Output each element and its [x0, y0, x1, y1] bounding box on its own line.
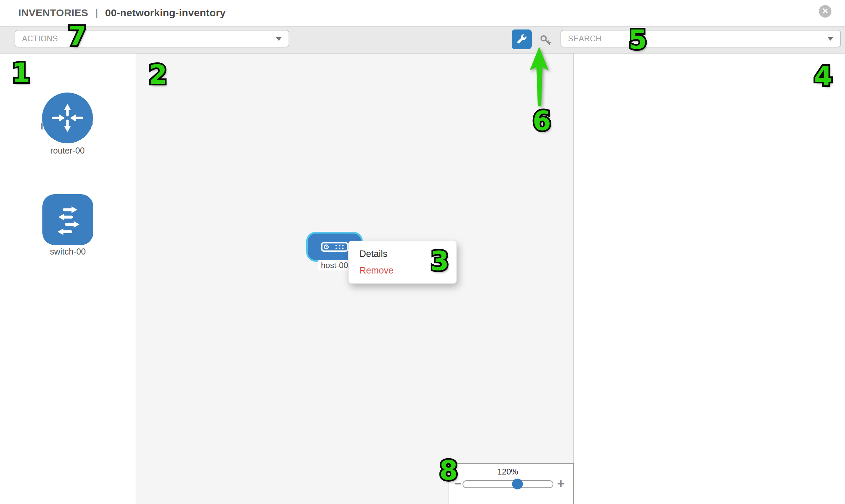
wrench-icon	[516, 34, 528, 45]
router-label: router-00	[30, 146, 105, 156]
toolbar: ACTIONS SEARCH	[0, 26, 845, 54]
host-node-label: host-00	[318, 260, 351, 270]
router-icon	[50, 100, 85, 136]
breadcrumb-section: INVENTORIES	[18, 7, 88, 18]
breadcrumb-separator: |	[95, 7, 98, 18]
actions-dropdown-label: ACTIONS	[22, 34, 58, 43]
breadcrumb: INVENTORIES | 00-networking-inventory	[18, 7, 226, 19]
zoom-control: 120% − +	[448, 463, 574, 504]
menu-item-details[interactable]: Details	[349, 246, 456, 262]
header: INVENTORIES | 00-networking-inventory ×	[0, 0, 845, 26]
switch-icon	[50, 201, 86, 238]
close-button[interactable]: ×	[819, 5, 831, 18]
breadcrumb-inventory-name: 00-networking-inventory	[105, 7, 226, 18]
search-dropdown-label: SEARCH	[568, 34, 601, 43]
zoom-in-button[interactable]: +	[557, 477, 565, 490]
sidebar-item-switch[interactable]	[42, 194, 93, 245]
key-button[interactable]	[539, 34, 552, 47]
switch-label: switch-00	[31, 247, 105, 256]
zoom-slider-track[interactable]	[462, 480, 553, 488]
zoom-out-button[interactable]: −	[454, 477, 461, 490]
actions-dropdown[interactable]: ACTIONS	[15, 30, 289, 48]
sidebar-item-router[interactable]	[42, 92, 93, 143]
chevron-down-icon	[827, 37, 833, 41]
menu-item-remove[interactable]: Remove	[349, 262, 456, 279]
context-menu: Details Remove	[348, 241, 457, 284]
chevron-down-icon	[276, 37, 282, 41]
details-panel: DETAILS * HOST NAME ? DESCRIPTION VARIAB…	[575, 54, 845, 504]
close-icon: ×	[822, 6, 828, 16]
tools-button[interactable]	[512, 30, 532, 49]
zoom-level: 120%	[449, 467, 566, 476]
search-dropdown[interactable]: SEARCH	[561, 30, 841, 48]
key-icon	[539, 34, 552, 47]
zoom-slider-thumb[interactable]	[512, 479, 523, 489]
host-icon	[321, 242, 349, 252]
inventory-topology-app: INVENTORIES | 00-networking-inventory × …	[0, 0, 845, 504]
